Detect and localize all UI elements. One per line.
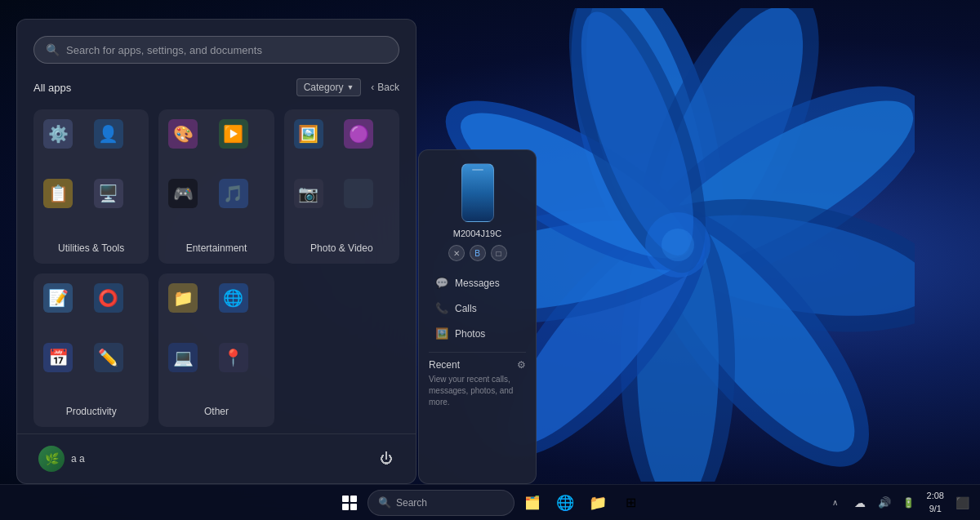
phone-close-button[interactable]: ✕ [448, 245, 465, 261]
search-box[interactable]: 🔍 [33, 36, 399, 64]
notepad-icon: 📝 [43, 283, 73, 313]
camera-icon: 📷 [294, 179, 323, 208]
remote-desktop-icon: 🖥️ [94, 179, 123, 208]
phone-menu-calls[interactable]: 📞 Calls [429, 296, 526, 320]
photos-app-icon: 🖼️ [294, 119, 323, 149]
search-input[interactable] [66, 44, 387, 56]
win-logo-tl [342, 496, 349, 502]
taskbar: 🔍 Search 🗂️ 🌐 📁 ⊞ ∧ ☁ � [0, 484, 980, 520]
network-icon: ☁ [854, 496, 866, 509]
clock-time: 2:08 [927, 490, 944, 502]
recent-description: View your recent calls, messages, photos… [429, 374, 526, 408]
svg-point-5 [627, 71, 915, 300]
power-icon: ⏻ [380, 451, 393, 466]
taskbar-search-label: Search [396, 497, 427, 509]
back-arrow-icon: ‹ [371, 82, 374, 93]
folder-icons-photo: 🖼️ 🟣 📷 [294, 119, 390, 234]
search-icon: 🔍 [46, 43, 60, 56]
start-footer: 🌿 a a ⏻ [17, 433, 416, 483]
category-label: Category [304, 82, 344, 93]
file-explorer-taskbar-button[interactable]: 📁 [583, 488, 612, 518]
svg-point-21 [662, 229, 694, 261]
battery-icon: 🔋 [902, 497, 915, 509]
svg-point-8 [602, 171, 906, 482]
recent-settings-icon[interactable]: ⚙ [517, 359, 526, 371]
folder-icons-utilities: ⚙️ 👤 📋 🖥️ [43, 119, 139, 234]
folder-productivity[interactable]: 📝 ⭕ 📅 ✏️ Productivity [33, 273, 149, 428]
win-logo-bl [342, 504, 349, 510]
messages-icon: 💬 [435, 277, 448, 289]
edge-icon: 🌐 [219, 283, 248, 313]
folder-icons-entertainment: 🎨 ▶️ 🎮 🎵 [168, 119, 264, 234]
people-app-icon: 👤 [94, 119, 123, 149]
phone-bluetooth-icon[interactable]: B [470, 245, 486, 261]
category-button[interactable]: Category ▼ [296, 78, 362, 96]
folder-utilities-label: Utilities & Tools [43, 242, 139, 254]
battery-tray-button[interactable]: 🔋 [898, 491, 920, 514]
folder-utilities[interactable]: ⚙️ 👤 📋 🖥️ Utilities & Tools [33, 109, 149, 264]
widgets-button[interactable]: 🗂️ [518, 488, 547, 518]
taskbar-right: ∧ ☁ 🔊 🔋 2:08 9/1 ⬛ [824, 488, 980, 517]
folder-other[interactable]: 📁 🌐 💻 📍 Other [158, 273, 274, 428]
notification-icon: ⬛ [956, 496, 969, 509]
start-menu-taskbar-icon: ⊞ [626, 495, 636, 510]
chevron-up-icon: ∧ [832, 498, 838, 507]
clock-button[interactable]: 2:08 9/1 [922, 488, 949, 517]
calls-icon: 📞 [435, 302, 448, 314]
svg-point-19 [559, 8, 716, 268]
svg-point-3 [623, 8, 833, 288]
phone-device-image [461, 163, 494, 222]
phone-menu: 💬 Messages 📞 Calls 🖼️ Photos [429, 271, 526, 345]
folder-icons-productivity: 📝 ⭕ 📅 ✏️ [43, 283, 139, 398]
user-profile-button[interactable]: 🌿 a a [33, 442, 90, 475]
edge-taskbar-icon: 🌐 [556, 494, 574, 512]
file-explorer-taskbar-icon: 📁 [589, 494, 607, 512]
blank-icon [344, 179, 373, 208]
folder-photo-video[interactable]: 🖼️ 🟣 📷 Photo & Video [284, 109, 399, 264]
tray-area: ∧ ☁ 🔊 🔋 2:08 9/1 ⬛ [824, 488, 973, 517]
photos-icon: 🖼️ [435, 327, 448, 340]
calendar-icon: 📅 [43, 343, 73, 372]
photos-label: Photos [455, 328, 485, 340]
start-menu-taskbar-button[interactable]: ⊞ [616, 488, 645, 518]
back-label: Back [377, 82, 399, 93]
svg-point-0 [541, 8, 752, 305]
phone-status-icons: ✕ B □ [448, 245, 507, 261]
notification-dot-button[interactable]: ⬛ [951, 491, 973, 514]
svg-point-4 [606, 47, 915, 324]
folder-entertainment[interactable]: 🎨 ▶️ 🎮 🎵 Entertainment [158, 109, 274, 264]
chevron-tray-button[interactable]: ∧ [824, 491, 847, 514]
taskbar-search-icon: 🔍 [378, 496, 391, 509]
phone-menu-messages[interactable]: 💬 Messages [429, 271, 526, 295]
phone-menu-photos[interactable]: 🖼️ Photos [429, 322, 526, 345]
folder-icons-other: 📁 🌐 💻 📍 [168, 283, 264, 398]
volume-tray-button[interactable]: 🔊 [873, 491, 896, 514]
start-button[interactable] [335, 488, 364, 518]
svg-point-9 [625, 194, 883, 477]
maps-icon: 📍 [219, 343, 248, 372]
apps-header: All apps Category ▼ ‹ Back [17, 72, 416, 103]
user-avatar: 🌿 [38, 446, 65, 472]
edge-taskbar-button[interactable]: 🌐 [550, 488, 580, 518]
phone-message-icon[interactable]: □ [491, 245, 507, 261]
music-icon: 🎵 [219, 179, 248, 208]
cortana-icon: ⭕ [94, 283, 123, 313]
svg-point-2 [599, 8, 856, 313]
paint-app-icon: 🎨 [168, 119, 198, 149]
store-icon: 💻 [168, 343, 198, 372]
sticky-notes-icon: 📋 [43, 179, 73, 208]
power-button[interactable]: ⏻ [373, 446, 399, 472]
chevron-down-icon: ▼ [346, 83, 354, 91]
folder-productivity-label: Productivity [43, 406, 139, 417]
svg-point-11 [637, 220, 719, 482]
taskbar-search-bar[interactable]: 🔍 Search [368, 490, 514, 516]
search-container: 🔍 [17, 20, 416, 72]
settings-app-icon: ⚙️ [43, 119, 73, 149]
xbox-icon: 🎮 [168, 179, 198, 208]
back-button[interactable]: ‹ Back [371, 82, 399, 93]
file-explorer-icon: 📁 [168, 283, 198, 313]
network-tray-button[interactable]: ☁ [849, 491, 871, 514]
apps-grid: ⚙️ 👤 📋 🖥️ Utilities & Tools 🎨 ▶️ 🎮 🎵 Ent… [17, 103, 416, 433]
widgets-icon: 🗂️ [524, 495, 541, 510]
folder-entertainment-label: Entertainment [168, 242, 264, 254]
